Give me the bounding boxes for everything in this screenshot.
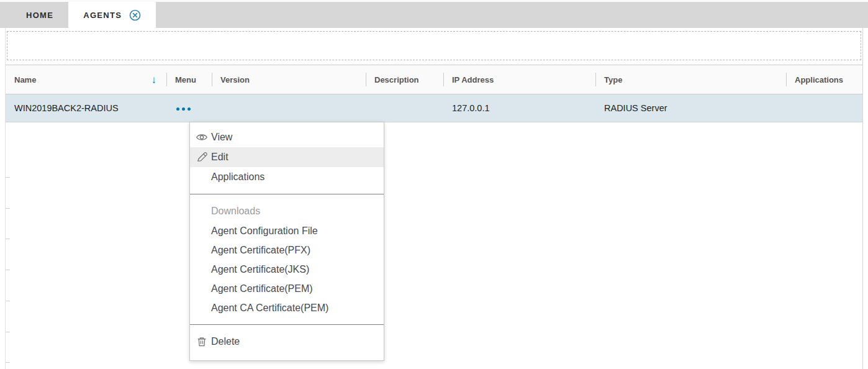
cell-ip-address: 127.0.0.1: [443, 103, 595, 113]
menu-item-edit-label: Edit: [211, 152, 228, 163]
column-header-menu: Menu: [166, 65, 212, 94]
agents-page: Name ↓ Menu Version Description IP Addre…: [5, 28, 863, 369]
column-header-menu-label: Menu: [175, 75, 196, 84]
column-header-name[interactable]: Name ↓: [6, 65, 166, 94]
menu-item-edit[interactable]: Edit: [190, 147, 384, 167]
menu-item-view-label: View: [211, 132, 232, 143]
context-menu: View Edit Applications Downloads Agent C…: [189, 122, 384, 361]
menu-item-agent-certificate-jks-label: Agent Certificate(JKS): [211, 264, 309, 275]
sort-descending-icon[interactable]: ↓: [151, 75, 157, 85]
menu-divider: [190, 194, 384, 194]
column-header-description[interactable]: Description: [366, 65, 443, 94]
row-actions-menu-button[interactable]: [175, 104, 192, 114]
menu-item-agent-certificate-pem[interactable]: Agent Certificate(PEM): [190, 279, 384, 298]
menu-item-agent-certificate-pfx[interactable]: Agent Certificate(PFX): [190, 240, 384, 260]
column-header-version[interactable]: Version: [212, 65, 366, 94]
trash-icon: [196, 335, 208, 348]
menu-item-applications[interactable]: Applications: [190, 167, 384, 187]
column-header-type[interactable]: Type: [595, 65, 786, 94]
menu-item-agent-certificate-jks[interactable]: Agent Certificate(JKS): [190, 260, 384, 279]
column-header-ip-address-label: IP Address: [452, 75, 494, 84]
cell-menu: [166, 102, 212, 114]
tab-agents[interactable]: AGENTS: [68, 2, 156, 28]
menu-item-delete[interactable]: Delete: [190, 332, 384, 352]
menu-header-downloads: Downloads: [190, 201, 384, 221]
cell-type: RADIUS Server: [595, 103, 786, 113]
table-row[interactable]: WIN2019BACK2-RADIUS 127.0.0.1 RADIUS Ser…: [6, 94, 862, 122]
tab-home[interactable]: HOME: [11, 2, 68, 28]
menu-item-agent-ca-certificate-pem-label: Agent CA Certificate(PEM): [211, 303, 328, 314]
tab-home-label: HOME: [26, 11, 53, 20]
menu-item-agent-configuration-file[interactable]: Agent Configuration File: [190, 221, 384, 240]
column-header-applications[interactable]: Applications: [786, 65, 862, 94]
menu-item-delete-label: Delete: [211, 336, 240, 347]
cell-name: WIN2019BACK2-RADIUS: [6, 103, 166, 113]
table-header: Name ↓ Menu Version Description IP Addre…: [6, 65, 862, 94]
column-header-name-label: Name: [14, 75, 36, 84]
menu-item-agent-certificate-pem-label: Agent Certificate(PEM): [211, 283, 313, 294]
empty-row-ticks: [6, 177, 10, 365]
column-header-type-label: Type: [604, 75, 622, 84]
menu-header-downloads-label: Downloads: [211, 206, 260, 217]
tab-agents-label: AGENTS: [83, 11, 122, 20]
pencil-icon: [196, 151, 208, 163]
tab-bar: HOME AGENTS: [0, 0, 868, 28]
menu-item-agent-certificate-pfx-label: Agent Certificate(PFX): [211, 245, 310, 256]
close-tab-icon[interactable]: [129, 9, 141, 21]
menu-item-agent-configuration-file-label: Agent Configuration File: [211, 226, 318, 237]
menu-divider: [190, 324, 384, 325]
column-header-description-label: Description: [374, 75, 419, 84]
toolbar-dropzone: [7, 31, 861, 60]
column-header-ip-address[interactable]: IP Address: [443, 65, 595, 94]
menu-item-applications-label: Applications: [211, 171, 264, 183]
column-header-version-label: Version: [220, 75, 250, 84]
eye-icon: [196, 131, 208, 144]
menu-item-agent-ca-certificate-pem[interactable]: Agent CA Certificate(PEM): [190, 298, 384, 317]
column-header-applications-label: Applications: [795, 75, 843, 84]
menu-item-view[interactable]: View: [190, 127, 384, 147]
